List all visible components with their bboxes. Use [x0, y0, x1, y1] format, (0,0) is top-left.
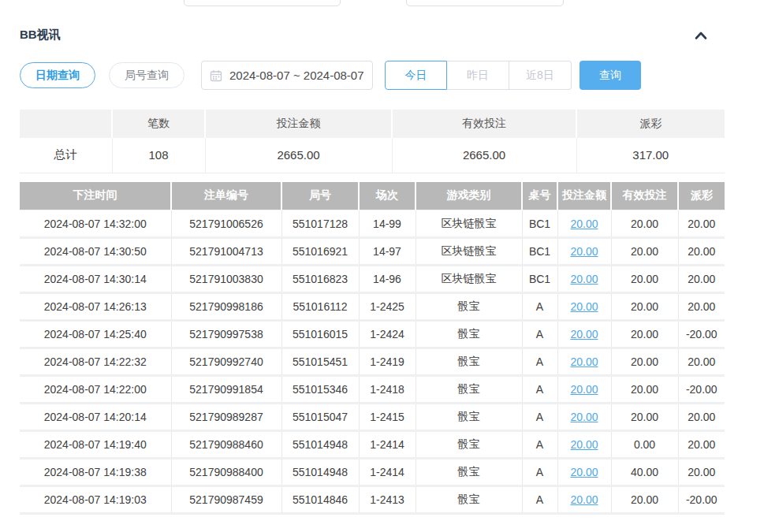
cell-valid-bet: 20.00: [611, 266, 678, 293]
cell-table-no: A: [522, 376, 557, 404]
cell-table-no: A: [522, 321, 557, 348]
bet-amount-link[interactable]: 20.00: [570, 245, 598, 258]
cell-payout: -20.00: [678, 376, 725, 404]
cell-order-no: 521790998186: [171, 293, 281, 321]
cell-game-type: 骰宝: [416, 486, 522, 514]
cell-game-type: 区块链骰宝: [416, 238, 522, 266]
cell-bet-time: 2024-08-07 14:30:50: [20, 238, 171, 266]
cell-table-no: A: [522, 431, 557, 459]
cell-valid-bet: 20.00: [611, 293, 678, 321]
cell-round-no: 551017128: [281, 210, 359, 238]
yesterday-button[interactable]: 昨日: [447, 61, 509, 90]
cell-order-no: 521791004713: [171, 238, 281, 266]
summary-total-label: 总计: [20, 138, 112, 173]
table-row: 2024-08-07 14:19:03 521790987459 5510148…: [20, 486, 725, 514]
bet-amount-link[interactable]: 20.00: [570, 328, 598, 340]
cell-bet-amount: 20.00: [557, 376, 611, 404]
today-button[interactable]: 今日: [385, 61, 447, 90]
date-range-value: 2024-08-07 ~ 2024-08-07: [229, 69, 364, 82]
table-row: 2024-08-07 14:30:50 521791004713 5510169…: [20, 238, 725, 266]
top-input-1[interactable]: [184, 0, 341, 6]
cell-session: 1-2414: [359, 459, 416, 486]
cell-bet-time: 2024-08-07 14:19:38: [20, 459, 171, 486]
cell-bet-amount: 20.00: [557, 210, 611, 238]
date-query-tab[interactable]: 日期查询: [20, 62, 95, 88]
cell-round-no: 551016112: [281, 293, 359, 321]
cell-session: 14-99: [359, 210, 416, 238]
cell-bet-amount: 20.00: [557, 459, 611, 486]
cell-round-no: 551015047: [281, 404, 359, 431]
cell-order-no: 521790988460: [171, 431, 281, 459]
table-row: 2024-08-07 14:19:38 521790988400 5510149…: [20, 459, 725, 486]
quick-range-group: 今日 昨日 近8日: [385, 61, 572, 90]
collapse-chevron-up-icon[interactable]: [694, 30, 708, 41]
cell-valid-bet: 20.00: [611, 376, 678, 404]
cell-game-type: 骰宝: [416, 459, 522, 486]
cell-session: 1-2413: [359, 486, 416, 514]
cell-game-type: 骰宝: [416, 376, 522, 404]
summary-header-count: 笔数: [112, 110, 205, 138]
bet-amount-link[interactable]: 20.00: [570, 466, 598, 478]
bet-amount-link[interactable]: 20.00: [570, 411, 598, 423]
bet-amount-link[interactable]: 20.00: [570, 438, 598, 451]
header-valid-bet: 有效投注: [611, 182, 678, 210]
bet-amount-link[interactable]: 20.00: [570, 383, 598, 396]
cell-table-no: A: [522, 293, 557, 321]
cell-bet-amount: 20.00: [557, 348, 611, 376]
summary-total-valid-bet: 2665.00: [392, 138, 576, 173]
cell-table-no: A: [522, 404, 557, 431]
cell-game-type: 骰宝: [416, 348, 522, 376]
cell-valid-bet: 20.00: [611, 321, 678, 348]
cell-game-type: 区块链骰宝: [416, 210, 522, 238]
search-button[interactable]: 查询: [580, 61, 641, 90]
header-game-type: 游戏类别: [416, 182, 522, 210]
header-round-no: 局号: [281, 182, 359, 210]
summary-header-blank: [20, 110, 112, 138]
cell-table-no: A: [522, 348, 557, 376]
cell-bet-time: 2024-08-07 14:22:00: [20, 376, 171, 404]
section-header: BB视讯: [20, 0, 744, 43]
cell-valid-bet: 40.00: [611, 459, 678, 486]
bet-amount-link[interactable]: 20.00: [570, 300, 598, 313]
cell-round-no: 551014846: [281, 486, 359, 514]
last8days-button[interactable]: 近8日: [509, 61, 572, 90]
cell-payout: 20.00: [678, 404, 725, 431]
cell-round-no: 551015346: [281, 376, 359, 404]
cell-session: 1-2415: [359, 404, 416, 431]
cell-payout: 20.00: [678, 266, 725, 293]
bet-amount-link[interactable]: 20.00: [570, 493, 598, 506]
cell-payout: 20.00: [678, 431, 725, 459]
top-input-2[interactable]: [406, 0, 564, 6]
summary-total-bet-amount: 2665.00: [205, 138, 392, 173]
round-query-tab[interactable]: 局号查询: [109, 62, 184, 88]
cell-bet-time: 2024-08-07 14:22:32: [20, 348, 171, 376]
cell-bet-time: 2024-08-07 14:25:40: [20, 321, 171, 348]
cell-bet-time: 2024-08-07 14:19:03: [20, 486, 171, 514]
cell-order-no: 521790992740: [171, 348, 281, 376]
cell-bet-time: 2024-08-07 14:30:14: [20, 266, 171, 293]
table-row: 2024-08-07 14:20:14 521790989287 5510150…: [20, 404, 725, 431]
cell-payout: 20.00: [678, 238, 725, 266]
cell-valid-bet: 20.00: [611, 210, 678, 238]
cell-bet-amount: 20.00: [557, 486, 611, 514]
cell-bet-amount: 20.00: [557, 431, 611, 459]
cell-session: 14-96: [359, 266, 416, 293]
table-row: 2024-08-07 14:19:40 521790988460 5510149…: [20, 431, 725, 459]
cell-order-no: 521790987459: [171, 486, 281, 514]
table-row: 2024-08-07 14:26:13 521790998186 5510161…: [20, 293, 725, 321]
cell-session: 1-2425: [359, 293, 416, 321]
cell-bet-time: 2024-08-07 14:32:00: [20, 210, 171, 238]
cell-bet-amount: 20.00: [557, 321, 611, 348]
cell-session: 1-2414: [359, 431, 416, 459]
bet-amount-link[interactable]: 20.00: [570, 355, 598, 368]
cell-payout: 20.00: [678, 348, 725, 376]
bet-amount-link[interactable]: 20.00: [570, 273, 598, 285]
bet-amount-link[interactable]: 20.00: [570, 218, 598, 230]
summary-header-valid-bet: 有效投注: [392, 110, 576, 138]
cell-bet-amount: 20.00: [557, 266, 611, 293]
date-range-input[interactable]: 2024-08-07 ~ 2024-08-07: [201, 61, 373, 90]
header-bet-time: 下注时间: [20, 182, 171, 210]
cell-order-no: 521790988400: [171, 459, 281, 486]
summary-total-count: 108: [112, 138, 205, 173]
cell-bet-amount: 20.00: [557, 404, 611, 431]
